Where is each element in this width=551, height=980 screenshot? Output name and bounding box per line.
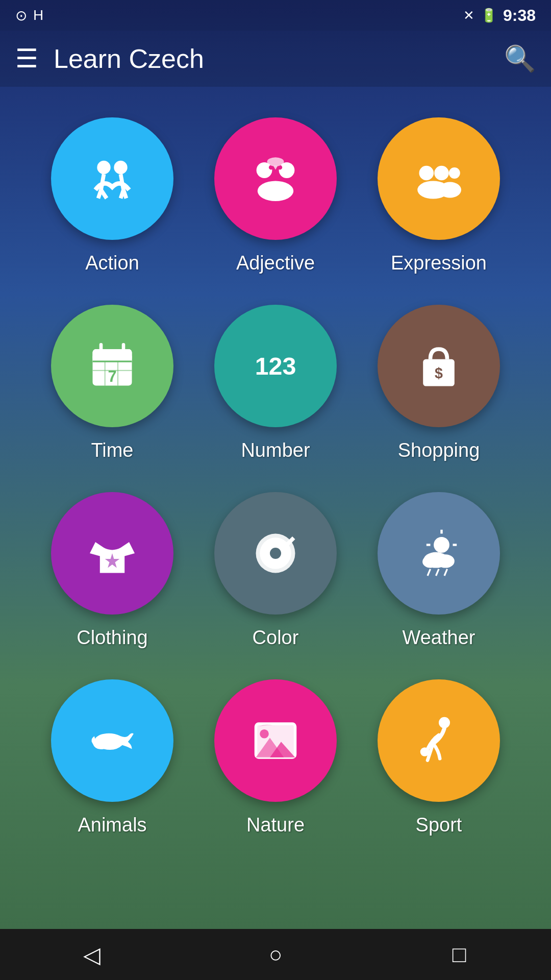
weather-circle — [378, 492, 500, 615]
nature-circle — [214, 679, 337, 802]
category-number[interactable]: 123 Number — [204, 305, 347, 461]
weather-label: Weather — [403, 627, 475, 649]
dolphin-icon — [84, 713, 140, 769]
category-row-1: Action Adjective — [31, 117, 520, 274]
svg-line-2 — [101, 174, 104, 190]
adjective-icon — [247, 151, 304, 207]
category-row-3: Clothing Color — [31, 492, 520, 649]
menu-icon[interactable]: ☰ — [15, 46, 38, 71]
main-content: Action Adjective — [0, 87, 551, 887]
time-circle: 7 — [51, 305, 173, 427]
svg-point-37 — [434, 537, 449, 553]
app-icon-2: H — [33, 7, 43, 23]
signal-icon: ✕ — [463, 8, 474, 23]
search-icon[interactable]: 🔍 — [504, 44, 536, 74]
category-expression[interactable]: Expression — [367, 117, 510, 274]
shopping-circle: $ — [378, 305, 500, 427]
nature-label: Nature — [246, 814, 305, 836]
svg-point-0 — [97, 161, 110, 174]
top-bar: ☰ Learn Czech 🔍 — [0, 31, 551, 87]
svg-point-10 — [258, 181, 293, 201]
sport-label: Sport — [416, 814, 462, 836]
svg-rect-22 — [93, 356, 132, 361]
category-clothing[interactable]: Clothing — [41, 492, 184, 649]
adjective-label: Adjective — [236, 252, 315, 274]
shopping-label: Shopping — [398, 439, 480, 461]
category-weather[interactable]: Weather — [367, 492, 510, 649]
svg-point-19 — [439, 182, 461, 198]
sport-circle — [378, 679, 500, 802]
shopping-icon: $ — [411, 338, 467, 394]
category-nature[interactable]: Nature — [204, 679, 347, 836]
svg-point-13 — [267, 157, 284, 166]
clothing-icon — [84, 525, 140, 581]
color-circle — [214, 492, 337, 615]
category-sport[interactable]: Sport — [367, 679, 510, 836]
action-label: Action — [85, 252, 139, 274]
app-title: Learn Czech — [54, 43, 504, 74]
status-time: 9:38 — [503, 6, 536, 25]
number-icon: 123 — [247, 338, 304, 394]
animals-label: Animals — [78, 814, 146, 836]
svg-text:$: $ — [435, 365, 443, 381]
svg-point-36 — [270, 548, 281, 559]
svg-point-15 — [419, 166, 434, 181]
svg-text:123: 123 — [255, 352, 296, 380]
svg-line-47 — [444, 569, 447, 576]
battery-icon: 🔋 — [481, 8, 497, 23]
time-icon: 7 — [84, 338, 140, 394]
svg-point-17 — [449, 167, 460, 179]
category-time[interactable]: 7 Time — [41, 305, 184, 461]
svg-point-43 — [437, 554, 455, 568]
back-button[interactable]: ◁ — [71, 934, 112, 975]
category-shopping[interactable]: $ Shopping — [367, 305, 510, 461]
svg-point-1 — [114, 161, 127, 174]
svg-line-7 — [123, 190, 127, 199]
svg-line-45 — [428, 569, 431, 576]
svg-point-16 — [434, 166, 449, 181]
home-button[interactable]: ○ — [255, 934, 296, 975]
weather-icon — [411, 525, 467, 581]
animals-circle — [51, 679, 173, 802]
clothing-circle — [51, 492, 173, 615]
time-label: Time — [91, 439, 133, 461]
number-label: Number — [241, 439, 310, 461]
category-row-4: Animals Nature — [31, 679, 520, 836]
svg-point-54 — [420, 747, 430, 756]
status-icons: ✕ 🔋 9:38 — [463, 6, 536, 25]
expression-label: Expression — [391, 252, 487, 274]
svg-point-50 — [260, 729, 269, 739]
action-circle — [51, 117, 173, 240]
bottom-nav: ◁ ○ □ — [0, 929, 551, 980]
category-color[interactable]: Color — [204, 492, 347, 649]
category-animals[interactable]: Animals — [41, 679, 184, 836]
color-palette-icon — [247, 525, 304, 581]
recent-button[interactable]: □ — [439, 934, 480, 975]
number-circle: 123 — [214, 305, 337, 427]
action-icon — [84, 151, 140, 207]
sport-icon — [411, 713, 467, 769]
adjective-circle — [214, 117, 337, 240]
svg-line-5 — [101, 190, 107, 199]
clothing-label: Clothing — [77, 627, 147, 649]
color-label: Color — [253, 627, 299, 649]
expression-circle — [378, 117, 500, 240]
svg-point-44 — [422, 555, 438, 568]
category-adjective[interactable]: Adjective — [204, 117, 347, 274]
nature-icon — [247, 713, 304, 769]
app-icon-1: ⊙ — [15, 7, 27, 24]
category-action[interactable]: Action — [41, 117, 184, 274]
svg-line-3 — [121, 174, 124, 190]
category-row-2: 7 Time 123 Number — [31, 305, 520, 461]
status-bar-left-icons: ⊙ H — [15, 7, 43, 24]
svg-marker-14 — [273, 166, 278, 170]
expression-icon — [411, 151, 467, 207]
svg-line-46 — [436, 569, 439, 576]
status-bar: ⊙ H ✕ 🔋 9:38 — [0, 0, 551, 31]
